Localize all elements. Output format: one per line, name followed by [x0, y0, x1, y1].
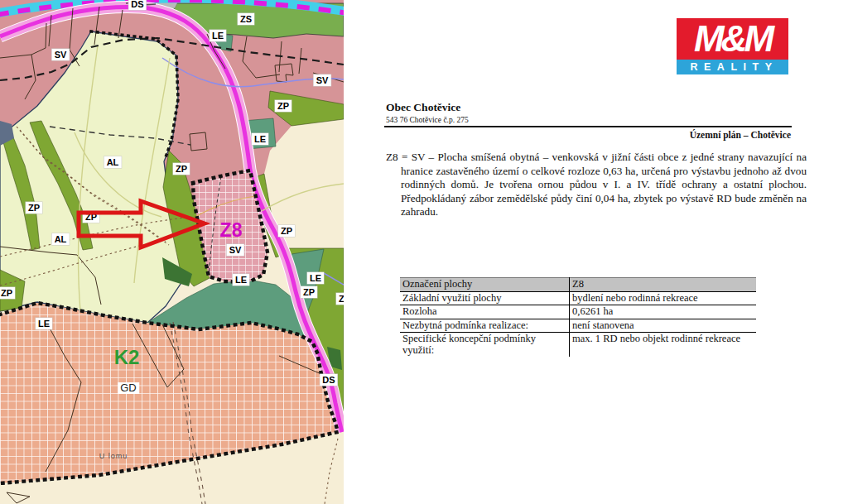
table-cell-value: 0,6261 ha [570, 305, 757, 319]
map-label-zp: ZP [173, 163, 190, 175]
map-label-k2: K2 [114, 347, 140, 367]
map-label-gd: GD [118, 382, 139, 394]
table-cell-value: bydlení nebo rodinná rekreace [570, 291, 757, 305]
map-label-z8: Z8 [220, 220, 243, 240]
map-label-le: LE [36, 318, 52, 329]
table-row: Nezbytná podmínka realizace:není stanove… [400, 319, 756, 333]
table-row: Základní využití plochybydlení nebo rodi… [400, 291, 756, 305]
map-label-le: LE [210, 30, 226, 41]
map-label-zp: ZP [301, 286, 317, 298]
map-label-zp: ZP [0, 287, 15, 299]
table-cell-value: max. 1 RD nebo objekt rodinné rekreace [570, 333, 757, 358]
plot-table: Označení plochyZ8Základní využití plochy… [400, 277, 756, 357]
map-label-sv: SV [314, 74, 331, 86]
map-label-al: AL [52, 233, 70, 245]
logo-mm: M&M [677, 18, 788, 60]
table-cell-label: Označení plochy [400, 278, 570, 292]
table-cell-value: není stanovena [570, 319, 757, 333]
map-label-ds: DS [320, 374, 337, 386]
zoning-map-image: DSZSLESVSVZPLEALZPZPZPZ8ZPALSVLELEZPZPZP… [0, 0, 344, 504]
document-panel: M&M REALITY Obec Chotěvice 543 76 Chotěv… [344, 0, 848, 504]
map-label-zs: ZS [238, 13, 254, 25]
map-label-le: LE [307, 272, 324, 284]
map-label-le: LE [233, 274, 249, 286]
plot-description: Z8 = SV – Plocha smíšená obytná – venkov… [386, 151, 807, 219]
document-title: Územní plán – Chotěvice [690, 130, 791, 140]
table-cell-label: Specifické koncepční podmínky využití: [400, 333, 570, 358]
map-label-zp: ZP [83, 211, 99, 223]
map-label-zp: ZP [275, 100, 292, 112]
map-label-le: LE [252, 133, 268, 145]
table-cell-label: Základní využití plochy [400, 291, 570, 305]
table-row: Specifické koncepční podmínky využití:ma… [400, 333, 756, 358]
map-label-sv: SV [227, 244, 244, 256]
org-address: 543 76 Chotěvice č.p. 275 [386, 116, 469, 124]
table-cell-value: Z8 [570, 278, 757, 292]
map-label-al: AL [104, 156, 122, 168]
header-rule [384, 126, 792, 127]
map-labels-layer: DSZSLESVSVZPLEALZPZPZPZ8ZPALSVLELEZPZPZP… [0, 0, 344, 504]
table-row: Označení plochyZ8 [400, 278, 756, 292]
mm-reality-logo: M&M REALITY [677, 18, 788, 74]
map-label-zp: ZP [278, 225, 295, 237]
table-cell-label: Rozloha [400, 305, 570, 319]
page: DSZSLESVSVZPLEALZPZPZPZ8ZPALSVLELEZPZPZP… [0, 0, 848, 504]
table-cell-label: Nezbytná podmínka realizace: [400, 319, 570, 333]
map-label-zp: ZP [336, 293, 344, 305]
map-label-ds: DS [128, 0, 146, 10]
table-row: Rozloha0,6261 ha [400, 305, 756, 319]
map-label-u-lomu: U lomu [99, 450, 128, 462]
map-label-sv: SV [52, 49, 70, 60]
org-name: Obec Chotěvice [386, 101, 460, 114]
map-label-zp: ZP [26, 202, 42, 214]
logo-reality: REALITY [677, 60, 788, 74]
